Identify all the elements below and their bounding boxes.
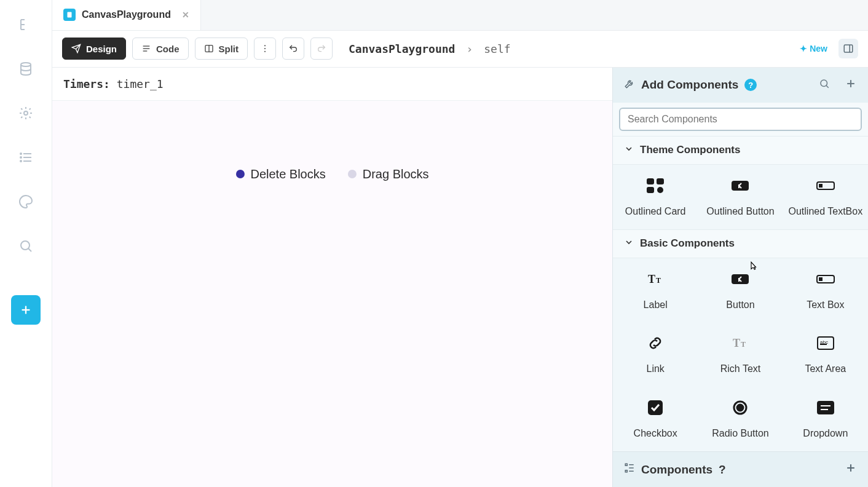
component-radiobutton[interactable]: Radio Button (698, 387, 783, 451)
search-icon[interactable] (18, 239, 33, 253)
chevron-right-icon: › (466, 42, 473, 55)
plus-icon[interactable] (845, 462, 857, 477)
svg-point-46 (737, 405, 743, 411)
component-dropdown[interactable]: Dropdown (783, 387, 868, 451)
tab-bar: CanvasPlayground ✕ (52, 0, 868, 31)
component-richtext[interactable]: TT Rich Text (698, 322, 783, 387)
legend-dot-icon (235, 170, 244, 178)
breadcrumb: CanvasPlayground › self (349, 42, 511, 55)
toolbar: Design Code Split CanvasPlayground › (52, 31, 868, 68)
card-icon (645, 177, 665, 194)
timers-row: Timers: timer_1 (52, 68, 612, 101)
legend-delete[interactable]: Delete Blocks (235, 167, 325, 181)
svg-text:T: T (656, 276, 661, 285)
component-textbox[interactable]: Text Box (783, 258, 868, 323)
component-label-text: Radio Button (712, 427, 769, 440)
svg-text:T: T (741, 340, 746, 349)
svg-rect-33 (819, 184, 822, 187)
redo-button[interactable] (310, 38, 333, 60)
svg-text:T: T (733, 337, 740, 349)
svg-point-18 (264, 46, 266, 47)
textbox-icon (816, 177, 835, 194)
add-components-header: Add Components ? (613, 68, 868, 103)
component-label-text: Link (646, 363, 664, 376)
help-icon[interactable]: ? (744, 79, 757, 91)
undo-button[interactable] (282, 38, 304, 60)
component-label-text: Text Box (807, 299, 844, 312)
split-button[interactable]: Split (195, 38, 248, 60)
richtext-icon: TT (730, 335, 750, 352)
component-outlined-card[interactable]: Outlined Card (613, 165, 698, 229)
add-button[interactable] (11, 295, 41, 325)
component-textarea[interactable]: abc Text Area (783, 322, 868, 387)
svg-point-1 (24, 111, 28, 115)
tree-icon[interactable] (18, 17, 33, 32)
breadcrumb-root[interactable]: CanvasPlayground (349, 42, 455, 55)
theme-components-grid: Outlined Card Outlined Button (613, 165, 868, 229)
basic-components-grid: TT Label Button (613, 258, 868, 451)
panel-toggle-button[interactable] (838, 39, 858, 58)
gear-icon[interactable] (18, 106, 33, 121)
help-icon[interactable]: ? (719, 463, 726, 477)
component-outlined-textbox[interactable]: Outlined TextBox (783, 165, 868, 229)
database-icon[interactable] (18, 61, 33, 76)
component-link[interactable]: Link (613, 322, 698, 387)
component-label: Outlined Button (706, 205, 774, 218)
svg-rect-29 (647, 187, 654, 193)
svg-rect-51 (625, 470, 627, 472)
components-footer[interactable]: Components ? (613, 451, 868, 487)
timers-value[interactable]: timer_1 (117, 77, 164, 90)
document-icon (63, 9, 76, 21)
section-theme-components[interactable]: Theme Components (613, 136, 868, 165)
close-icon[interactable]: ✕ (182, 10, 189, 20)
component-label: Outlined TextBox (788, 205, 862, 218)
components-panel: Add Components ? (612, 68, 868, 487)
section-label: Basic Components (640, 237, 735, 250)
svg-line-9 (28, 248, 31, 251)
svg-rect-50 (625, 464, 627, 465)
svg-line-24 (826, 85, 829, 88)
list-icon[interactable] (18, 150, 33, 165)
new-button[interactable]: ✦ New (800, 44, 827, 53)
component-button[interactable]: Button (698, 258, 783, 323)
component-label-text: Checkbox (634, 427, 677, 440)
section-basic-components[interactable]: Basic Components (613, 229, 868, 258)
code-button[interactable]: Code (132, 38, 189, 60)
svg-rect-36 (732, 274, 749, 284)
section-label: Theme Components (640, 144, 740, 156)
svg-point-6 (20, 157, 22, 158)
code-label: Code (156, 44, 180, 54)
left-sidebar (0, 0, 52, 487)
component-outlined-button[interactable]: Outlined Button (698, 165, 783, 229)
component-checkbox[interactable]: Checkbox (613, 387, 698, 451)
svg-rect-21 (844, 45, 853, 52)
legend-dot-icon (348, 170, 357, 178)
palette-icon[interactable] (18, 194, 33, 209)
search-components-input[interactable] (619, 108, 862, 131)
legend: Delete Blocks Drag Blocks (235, 167, 428, 181)
tree-list-icon (624, 462, 635, 477)
svg-rect-47 (818, 402, 834, 414)
legend-drag[interactable]: Drag Blocks (348, 167, 429, 181)
checkbox-icon (645, 399, 665, 416)
design-label: Design (86, 44, 117, 54)
more-button[interactable] (254, 38, 276, 60)
svg-point-19 (264, 48, 266, 49)
breadcrumb-leaf[interactable]: self (484, 42, 510, 55)
tab-canvasplayground[interactable]: CanvasPlayground ✕ (52, 0, 201, 30)
canvas-body[interactable]: Delete Blocks Drag Blocks (52, 101, 612, 487)
footer-title: Components (641, 463, 712, 477)
component-label[interactable]: TT Label (613, 258, 698, 323)
split-label: Split (219, 44, 239, 54)
legend-drag-label: Drag Blocks (363, 167, 429, 181)
svg-point-30 (657, 187, 663, 193)
svg-rect-27 (647, 178, 654, 184)
svg-point-20 (264, 51, 266, 52)
search-icon[interactable] (819, 78, 830, 92)
design-button[interactable]: Design (62, 38, 126, 60)
new-label: New (810, 44, 827, 53)
component-label-text: Dropdown (803, 427, 848, 440)
svg-point-5 (20, 153, 22, 154)
plus-icon[interactable] (845, 77, 857, 93)
svg-point-23 (821, 80, 827, 87)
